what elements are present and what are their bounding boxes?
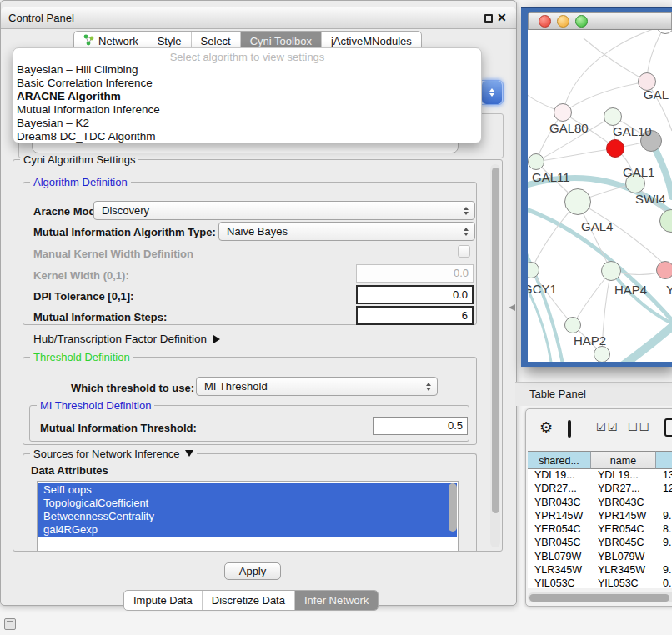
table-cell: 8. — [656, 523, 672, 537]
algorithm-option-bayesian-k2[interactable]: Bayesian – K2 — [13, 117, 481, 130]
control-panel-titlebar[interactable] — [1, 8, 516, 29]
network-window-titlebar[interactable] — [528, 12, 672, 30]
algorithm-option-bayesian-hill-climbing[interactable]: Bayesian – Hill Climbing — [13, 63, 481, 77]
table-cell: YBL079W — [528, 551, 591, 564]
table-cell: YDL19... — [591, 469, 656, 482]
tab-label: Network — [98, 35, 138, 48]
table-cell — [656, 551, 672, 564]
mi-steps-field[interactable]: 6 — [356, 306, 474, 325]
kernel-width-label: Kernel Width (0,1): — [33, 269, 129, 282]
hub-section-toggle[interactable]: Hub/Transcription Factor Definition — [33, 332, 220, 345]
apply-button[interactable]: Apply — [224, 562, 281, 580]
table-row[interactable]: YER054CYER054C8. — [528, 523, 672, 537]
data-attributes-list[interactable]: SelfLoopsTopologicalCoefficientBetweenne… — [37, 481, 459, 551]
deselect-all-columns-icon[interactable]: ☐☐ — [628, 421, 650, 433]
node-label-gal4: GAL4 — [581, 219, 613, 233]
network-node[interactable] — [564, 188, 591, 215]
stepper-icon — [422, 382, 434, 391]
algorithm-option-dream8-dc-tdc-algorithm[interactable]: Dream8 DC_TDC Algorithm — [13, 130, 481, 143]
minimized-panel-icon[interactable] — [4, 618, 16, 630]
column-header-name[interactable]: name — [591, 451, 656, 469]
network-node[interactable] — [606, 139, 624, 158]
close-traffic-light[interactable] — [539, 15, 551, 28]
network-node[interactable] — [601, 261, 621, 281]
settings-scrollbar-thumb[interactable] — [492, 168, 499, 513]
table-row[interactable]: YIL053CYIL053C0. — [528, 578, 672, 588]
sources-title: Sources for Network Inference — [33, 448, 180, 460]
network-node[interactable] — [528, 153, 544, 170]
dpi-tolerance-label: DPI Tolerance [0,1]: — [33, 290, 133, 302]
tab-infer-network[interactable]: Infer Network — [294, 591, 378, 610]
table-row[interactable]: YLR345WYLR345W9. — [528, 564, 672, 578]
algorithm-option-basic-correlation-inference[interactable]: Basic Correlation Inference — [13, 77, 481, 90]
attribute-item-betweennesscentrality[interactable]: BetweennessCentrality — [38, 510, 457, 523]
table-row[interactable]: YDR27...YDR27...12 — [528, 482, 672, 496]
aracne-mode-value: Discovery — [102, 204, 459, 217]
network-node[interactable] — [594, 346, 610, 362]
network-node[interactable] — [554, 103, 572, 122]
settings-scrollbar[interactable] — [490, 164, 500, 548]
table-cell: 9. — [656, 564, 672, 578]
manual-kernel-checkbox[interactable] — [458, 245, 470, 258]
aracne-mode-combo[interactable]: Discovery — [93, 201, 475, 220]
table-row[interactable]: YPR145WYPR145W9. — [528, 510, 672, 523]
tab-impute-data[interactable]: Impute Data — [124, 591, 202, 610]
cyni-mode-tabs: Impute DataDiscretize DataInfer Network — [123, 590, 379, 611]
table-cell: YBR043C — [528, 497, 591, 510]
column-browser-icon[interactable] — [568, 420, 571, 438]
column-header-a[interactable]: A — [656, 451, 672, 469]
table-row[interactable]: YBL079WYBL079W — [528, 551, 672, 564]
collapse-arrow-icon — [213, 335, 220, 343]
tab-label: Impute Data — [133, 594, 193, 607]
node-label-gcy1: GCY1 — [528, 282, 557, 296]
network-node[interactable] — [604, 108, 622, 126]
table-row[interactable]: YDL19...YDL19...13 — [528, 469, 672, 482]
node-label-gal11: GAL11 — [532, 170, 570, 184]
tab-group: Impute DataDiscretize DataInfer Network — [123, 590, 379, 611]
table-cell: 9. — [656, 510, 672, 523]
table-cell: YIL053C — [591, 578, 656, 588]
table-cell: YBR043C — [591, 497, 656, 510]
network-node[interactable] — [564, 317, 581, 333]
control-panel-title: Control Panel — [8, 12, 74, 24]
algorithm-option-mutual-information-inference[interactable]: Mutual Information Inference — [13, 103, 481, 117]
tab-label: jActiveMNodules — [331, 35, 412, 48]
algorithm-combo-stepper[interactable] — [482, 81, 502, 104]
float-panel-icon[interactable] — [484, 14, 493, 22]
mi-type-combo[interactable]: Naive Bayes — [218, 222, 475, 241]
node-label-swi4: SWI4 — [635, 192, 666, 206]
attribute-item-gal4rgexp[interactable]: gal4RGexp — [38, 523, 457, 537]
gear-icon[interactable]: ⚙ — [539, 418, 553, 436]
table-row[interactable]: YBR045CYBR045C9. — [528, 537, 672, 550]
column-header-shared[interactable]: shared... — [528, 451, 591, 469]
kernel-width-field: 0.0 — [356, 264, 474, 282]
zoom-traffic-light[interactable] — [575, 15, 588, 28]
tab-label: Select — [201, 35, 231, 48]
select-all-columns-icon[interactable]: ☑☑ — [596, 421, 619, 433]
attribute-item-selfloops[interactable]: SelfLoops — [38, 483, 457, 497]
table-panel-window: ⚙ ☑☑ ☐☐ shared...nameA YDL19...YDL19...1… — [525, 408, 672, 607]
network-view-window: GALGAL80GAL10GAL11GAL1SWI4GAL4GCY1HAP4YH… — [521, 7, 672, 367]
table-cell: YER054C — [528, 523, 591, 537]
dpi-tolerance-field[interactable]: 0.0 — [356, 285, 474, 304]
table-scrollbar-thumb[interactable] — [529, 594, 669, 602]
sources-title-row[interactable]: Sources for Network Inference — [30, 448, 197, 460]
attributes-scrollbar-thumb[interactable] — [449, 483, 457, 532]
network-canvas[interactable]: GALGAL80GAL10GAL11GAL1SWI4GAL4GCY1HAP4YH… — [528, 30, 672, 362]
minimize-traffic-light[interactable] — [557, 15, 569, 28]
close-icon[interactable]: ✕ — [497, 11, 507, 24]
tab-discretize-data[interactable]: Discretize Data — [202, 591, 294, 610]
which-threshold-combo[interactable]: MI Threshold — [196, 377, 438, 396]
hub-section-label: Hub/Transcription Factor Definition — [33, 332, 207, 345]
mi-threshold-field[interactable]: 0.5 — [373, 417, 468, 435]
table-horizontal-scrollbar[interactable] — [528, 592, 672, 602]
network-node[interactable] — [656, 261, 672, 279]
table-rows[interactable]: YDL19...YDL19...13YDR27...YDR27...12YBR0… — [528, 469, 672, 588]
table-row[interactable]: YBR043CYBR043C — [528, 497, 672, 510]
table-cell: 13 — [656, 469, 672, 482]
table-cell: YLR345W — [528, 564, 591, 578]
mi-type-value: Naive Bayes — [227, 225, 459, 238]
new-table-icon[interactable] — [664, 418, 672, 437]
algorithm-option-aracne-algorithm[interactable]: ARACNE Algorithm — [13, 90, 481, 103]
attribute-item-topologicalcoefficient[interactable]: TopologicalCoefficient — [38, 497, 457, 510]
